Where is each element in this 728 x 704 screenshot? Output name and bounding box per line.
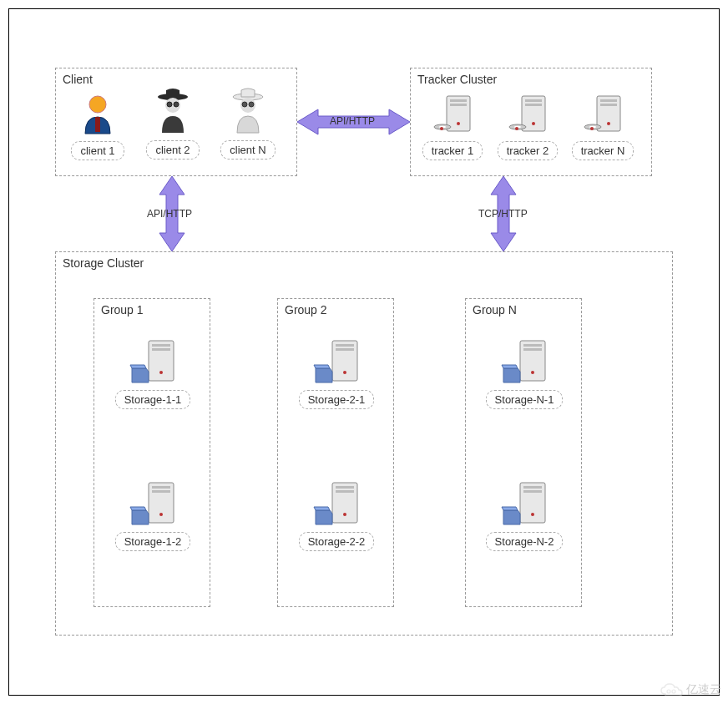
storage-node: Storage-N-2 (483, 479, 566, 551)
server-disk-icon (580, 92, 626, 138)
group-box-n: Group N Storage-N-1 (465, 298, 582, 607)
svg-rect-48 (523, 344, 542, 347)
svg-rect-25 (600, 99, 617, 102)
client-node-2: client 2 (139, 87, 206, 160)
group-box-1: Group 1 Storage-1-1 (94, 298, 210, 607)
storage-server-icon (499, 337, 549, 387)
svg-point-34 (159, 371, 163, 374)
client-node-1: client 1 (64, 92, 131, 160)
server-disk-icon (505, 92, 551, 138)
diagram-canvas: Client client 1 client 2 (8, 8, 720, 696)
group-title: Group 2 (285, 303, 327, 317)
arrow-label-client-tracker: API/HTTP (330, 115, 375, 127)
svg-rect-44 (336, 486, 354, 489)
storage-node: Storage-1-2 (111, 479, 195, 551)
svg-point-42 (343, 371, 346, 374)
tracker-node-n: tracker N (569, 92, 636, 160)
svg-rect-19 (525, 104, 542, 106)
cloud-icon (660, 682, 683, 697)
storage-label: Storage-2-2 (299, 532, 375, 551)
svg-point-30 (590, 127, 594, 130)
svg-rect-11 (450, 99, 467, 102)
storage-node: Storage-2-1 (295, 337, 378, 409)
tracker-label: tracker N (572, 141, 634, 160)
arrow-label-client-storage: API/HTTP (147, 208, 192, 220)
svg-point-46 (343, 513, 346, 516)
group-box-2: Group 2 Storage-2-1 (277, 298, 394, 607)
svg-rect-52 (523, 486, 542, 489)
svg-rect-51 (520, 483, 545, 523)
svg-point-9 (249, 102, 254, 107)
svg-point-4 (167, 102, 172, 107)
storage-server-icon (499, 479, 549, 529)
svg-rect-37 (152, 490, 170, 493)
tracker-label: tracker 2 (498, 141, 559, 160)
client-label: client N (220, 140, 275, 160)
svg-rect-32 (152, 344, 170, 347)
tracker-node-1: tracker 1 (419, 92, 486, 160)
svg-rect-35 (149, 483, 174, 523)
client-label: client 2 (146, 140, 199, 160)
svg-rect-45 (336, 490, 354, 493)
svg-rect-1 (95, 117, 100, 132)
svg-rect-26 (600, 104, 617, 106)
storage-server-icon (311, 479, 361, 529)
svg-point-0 (89, 96, 106, 113)
spy-black-icon (152, 87, 194, 137)
watermark: 亿速云 (660, 682, 721, 697)
group-title: Group N (473, 303, 517, 317)
svg-point-8 (242, 102, 247, 107)
svg-rect-41 (336, 348, 354, 351)
storage-label: Storage-2-1 (299, 390, 375, 409)
client-label: client 1 (71, 141, 124, 160)
storage-label: Storage-N-2 (486, 532, 564, 551)
tracker-box-title: Tracker Cluster (417, 73, 497, 86)
storage-node: Storage-N-1 (483, 337, 566, 409)
storage-node: Storage-2-2 (295, 479, 378, 551)
svg-point-20 (532, 122, 535, 125)
svg-point-13 (457, 122, 460, 125)
tracker-label: tracker 1 (422, 141, 483, 160)
tracker-cluster-box: Tracker Cluster tracker 1 (410, 68, 652, 176)
tracker-node-2: tracker 2 (494, 92, 561, 160)
spy-white-icon (227, 87, 269, 137)
svg-rect-40 (336, 344, 354, 347)
storage-box-title: Storage Cluster (63, 256, 144, 270)
storage-server-icon (128, 337, 178, 387)
svg-point-50 (531, 371, 534, 374)
svg-point-54 (531, 513, 534, 516)
svg-point-59 (672, 690, 675, 693)
svg-rect-53 (523, 490, 542, 493)
storage-server-icon (128, 479, 178, 529)
storage-node: Storage-1-1 (111, 337, 195, 409)
svg-rect-49 (523, 348, 542, 351)
svg-point-58 (667, 690, 670, 693)
svg-point-5 (174, 102, 179, 107)
user-icon (77, 92, 119, 138)
svg-point-27 (607, 122, 610, 125)
storage-cluster-box: Storage Cluster Group 1 Storage-1-1 (55, 251, 673, 636)
client-box-title: Client (63, 73, 93, 86)
svg-point-23 (515, 127, 518, 130)
svg-rect-18 (525, 99, 542, 102)
server-disk-icon (430, 92, 476, 138)
svg-rect-39 (332, 341, 357, 381)
svg-rect-47 (520, 341, 545, 381)
svg-point-38 (159, 513, 163, 516)
storage-label: Storage-1-2 (115, 532, 191, 551)
watermark-text: 亿速云 (686, 682, 721, 697)
storage-label: Storage-1-1 (115, 390, 191, 409)
svg-rect-36 (152, 486, 170, 489)
client-cluster-box: Client client 1 client 2 (55, 68, 297, 176)
storage-server-icon (311, 337, 361, 387)
svg-rect-31 (149, 341, 174, 381)
svg-rect-12 (450, 104, 467, 106)
svg-point-16 (440, 127, 443, 130)
group-title: Group 1 (101, 303, 144, 317)
storage-label: Storage-N-1 (486, 390, 564, 409)
svg-rect-43 (332, 483, 357, 523)
svg-rect-33 (152, 348, 170, 351)
arrow-label-tracker-storage: TCP/HTTP (478, 208, 528, 220)
client-node-n: client N (215, 87, 281, 160)
